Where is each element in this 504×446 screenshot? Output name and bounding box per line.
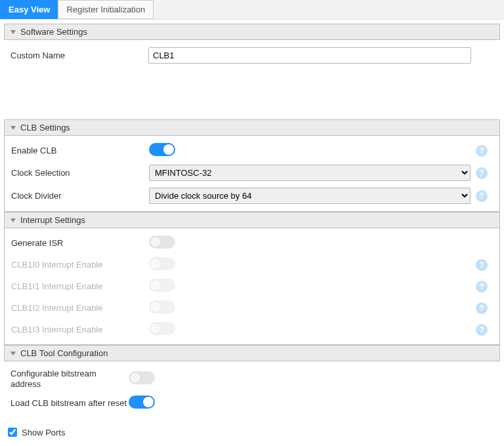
help-icon[interactable]: ?	[476, 324, 488, 336]
label-load-clb-bitstream: Load CLB bitstream after reset	[10, 398, 129, 408]
row-clock-selection: Clock Selection MFINTOSC-32 ?	[5, 161, 499, 184]
label-configurable-bitstream-address: Configurable bitstream address	[10, 369, 129, 389]
tab-bar: Easy View Register Initialization	[0, 0, 504, 20]
svg-marker-1	[10, 126, 16, 130]
section-title: Interrupt Settings	[20, 215, 85, 225]
clock-divider-select[interactable]: Divide clock source by 64	[149, 188, 471, 204]
row-clock-divider: Clock Divider Divide clock source by 64 …	[5, 184, 499, 207]
toggle-clb1i2[interactable]	[149, 300, 175, 314]
help-icon[interactable]: ?	[476, 259, 488, 271]
label-clock-selection: Clock Selection	[11, 168, 149, 178]
section-title: CLB Settings	[20, 123, 70, 132]
custom-name-input[interactable]	[148, 47, 471, 64]
help-icon[interactable]: ?	[476, 167, 488, 179]
show-ports-row: Show Ports	[0, 418, 504, 441]
svg-marker-0	[10, 30, 16, 34]
clock-selection-select[interactable]: MFINTOSC-32	[149, 165, 471, 181]
help-icon[interactable]: ?	[476, 145, 488, 157]
section-header-clb-settings[interactable]: CLB Settings	[4, 119, 500, 136]
tab-easy-view[interactable]: Easy View	[0, 0, 58, 19]
row-clb1i3: CLB1I3 Interrupt Enable ?	[5, 319, 499, 340]
section-header-software-settings[interactable]: Software Settings	[4, 24, 500, 40]
section-title: CLB Tool Configuration	[20, 348, 108, 358]
label-custom-name: Custom Name	[10, 51, 148, 60]
svg-marker-3	[10, 352, 16, 355]
label-clb1i2: CLB1I2 Interrupt Enable	[11, 303, 149, 313]
toggle-enable-clb[interactable]	[149, 143, 175, 156]
section-body-clb-tool-configuration: Configurable bitstream address Load CLB …	[4, 361, 500, 418]
svg-marker-2	[10, 218, 16, 222]
label-generate-isr: Generate ISR	[11, 238, 149, 248]
show-ports-checkbox[interactable]	[8, 428, 17, 437]
section-body-interrupt-settings: Generate ISR CLB1I0 Interrupt Enable ? C…	[4, 228, 500, 345]
row-enable-clb: Enable CLB ?	[5, 140, 499, 161]
section-title: Software Settings	[20, 27, 87, 37]
help-icon[interactable]: ?	[476, 281, 488, 293]
label-clock-divider: Clock Divider	[11, 191, 149, 201]
toggle-configurable-bitstream-address[interactable]	[129, 371, 155, 384]
chevron-down-icon	[10, 29, 16, 35]
section-header-interrupt-settings[interactable]: Interrupt Settings	[4, 212, 500, 228]
help-icon[interactable]: ?	[476, 190, 488, 202]
toggle-clb1i0[interactable]	[149, 257, 175, 270]
toggle-load-clb-bitstream[interactable]	[129, 395, 155, 409]
section-header-clb-tool-configuration[interactable]: CLB Tool Configuration	[4, 345, 500, 361]
label-clb1i0: CLB1I0 Interrupt Enable	[11, 260, 149, 270]
toggle-generate-isr[interactable]	[149, 235, 175, 249]
show-ports-label: Show Ports	[22, 428, 65, 437]
toggle-clb1i3[interactable]	[149, 322, 175, 335]
row-custom-name: Custom Name	[4, 44, 500, 67]
label-clb1i1: CLB1I1 Interrupt Enable	[11, 281, 149, 291]
row-generate-isr: Generate ISR	[5, 232, 499, 254]
help-icon[interactable]: ?	[476, 302, 488, 314]
row-clb1i2: CLB1I2 Interrupt Enable ?	[5, 297, 499, 319]
toggle-clb1i1[interactable]	[149, 279, 175, 292]
section-body-software-settings: Custom Name	[4, 40, 500, 115]
section-body-clb-settings: Enable CLB ? Clock Selection MFINTOSC-32…	[4, 136, 500, 212]
label-clb1i3: CLB1I3 Interrupt Enable	[11, 325, 149, 334]
content-area: Software Settings Custom Name CLB Settin…	[0, 24, 504, 446]
row-clb1i0: CLB1I0 Interrupt Enable ?	[5, 254, 499, 275]
label-enable-clb: Enable CLB	[11, 146, 149, 155]
chevron-down-icon	[10, 217, 16, 224]
row-clb1i1: CLB1I1 Interrupt Enable ?	[5, 275, 499, 297]
tab-register-initialization[interactable]: Register Initialization	[58, 0, 154, 19]
chevron-down-icon	[10, 125, 16, 131]
row-configurable-bitstream-address: Configurable bitstream address	[4, 365, 500, 392]
chevron-down-icon	[10, 350, 16, 357]
row-load-clb-bitstream: Load CLB bitstream after reset	[4, 392, 500, 414]
